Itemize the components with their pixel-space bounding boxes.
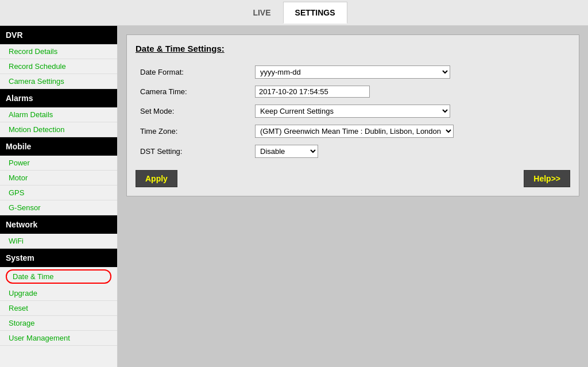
date-format-select[interactable]: yyyy-mm-dd mm-dd-yyyy dd-mm-yyyy bbox=[255, 65, 450, 79]
sidebar-item-storage[interactable]: Storage bbox=[0, 316, 117, 331]
sidebar-item-upgrade[interactable]: Upgrade bbox=[0, 286, 117, 301]
field-label-time-zone: Time Zone: bbox=[136, 121, 250, 141]
sidebar-item-date-time[interactable]: Date & Time bbox=[6, 269, 111, 284]
set-mode-select[interactable]: Keep Current Settings Sync with NTP Set … bbox=[255, 105, 450, 118]
table-row: Date Format: yyyy-mm-dd mm-dd-yyyy dd-mm… bbox=[136, 62, 570, 82]
settings-table: Date Format: yyyy-mm-dd mm-dd-yyyy dd-mm… bbox=[136, 62, 570, 161]
sidebar-item-gps[interactable]: GPS bbox=[0, 186, 117, 200]
sidebar-item-record-schedule[interactable]: Record Schedule bbox=[0, 59, 117, 74]
sidebar-item-power[interactable]: Power bbox=[0, 156, 117, 171]
sidebar: DVR Record Details Record Schedule Camer… bbox=[0, 26, 118, 367]
settings-panel: Date & Time Settings: Date Format: yyyy-… bbox=[126, 34, 579, 196]
sidebar-item-wifi[interactable]: WiFi bbox=[0, 234, 117, 249]
settings-title: Date & Time Settings: bbox=[136, 44, 570, 53]
sidebar-item-reset[interactable]: Reset bbox=[0, 301, 117, 316]
field-value-dst: Disable Enable bbox=[250, 141, 570, 161]
field-label-date-format: Date Format: bbox=[136, 62, 250, 82]
field-label-set-mode: Set Mode: bbox=[136, 101, 250, 121]
help-button[interactable]: Help>> bbox=[524, 170, 570, 187]
sidebar-item-alarm-details[interactable]: Alarm Details bbox=[0, 107, 117, 122]
field-value-date-format: yyyy-mm-dd mm-dd-yyyy dd-mm-yyyy bbox=[250, 62, 570, 82]
field-label-dst: DST Setting: bbox=[136, 141, 250, 161]
apply-button[interactable]: Apply bbox=[136, 170, 177, 187]
main-layout: DVR Record Details Record Schedule Camer… bbox=[0, 26, 588, 367]
field-value-set-mode: Keep Current Settings Sync with NTP Set … bbox=[250, 101, 570, 121]
table-row: Time Zone: (GMT) Greenwich Mean Time : D… bbox=[136, 121, 570, 141]
field-value-time-zone: (GMT) Greenwich Mean Time : Dublin, Lisb… bbox=[250, 121, 570, 141]
content-area: Date & Time Settings: Date Format: yyyy-… bbox=[118, 26, 588, 367]
field-value-camera-time bbox=[250, 82, 570, 101]
field-label-camera-time: Camera Time: bbox=[136, 82, 250, 101]
sidebar-item-camera-settings[interactable]: Camera Settings bbox=[0, 74, 117, 89]
tab-settings[interactable]: SETTINGS bbox=[283, 2, 347, 24]
sidebar-item-motor[interactable]: Motor bbox=[0, 171, 117, 186]
camera-time-input[interactable] bbox=[255, 86, 370, 98]
sidebar-header-network: Network bbox=[0, 215, 117, 234]
tab-live[interactable]: LIVE bbox=[241, 2, 283, 24]
sidebar-header-mobile: Mobile bbox=[0, 137, 117, 156]
table-row: DST Setting: Disable Enable bbox=[136, 141, 570, 161]
table-row: Set Mode: Keep Current Settings Sync wit… bbox=[136, 101, 570, 121]
buttons-row: Apply Help>> bbox=[136, 170, 570, 187]
sidebar-item-date-time-wrapper: Date & Time bbox=[0, 267, 117, 286]
sidebar-item-user-management[interactable]: User Management bbox=[0, 331, 117, 346]
time-zone-select[interactable]: (GMT) Greenwich Mean Time : Dublin, Lisb… bbox=[255, 125, 454, 138]
sidebar-header-dvr: DVR bbox=[0, 26, 117, 44]
sidebar-item-motion-detection[interactable]: Motion Detection bbox=[0, 122, 117, 137]
table-row: Camera Time: bbox=[136, 82, 570, 101]
sidebar-item-record-details[interactable]: Record Details bbox=[0, 44, 117, 59]
sidebar-header-alarms: Alarms bbox=[0, 89, 117, 107]
sidebar-header-system: System bbox=[0, 249, 117, 267]
sidebar-item-g-sensor[interactable]: G-Sensor bbox=[0, 200, 117, 215]
top-navigation: LIVE SETTINGS bbox=[0, 0, 588, 26]
dst-select[interactable]: Disable Enable bbox=[255, 145, 318, 158]
